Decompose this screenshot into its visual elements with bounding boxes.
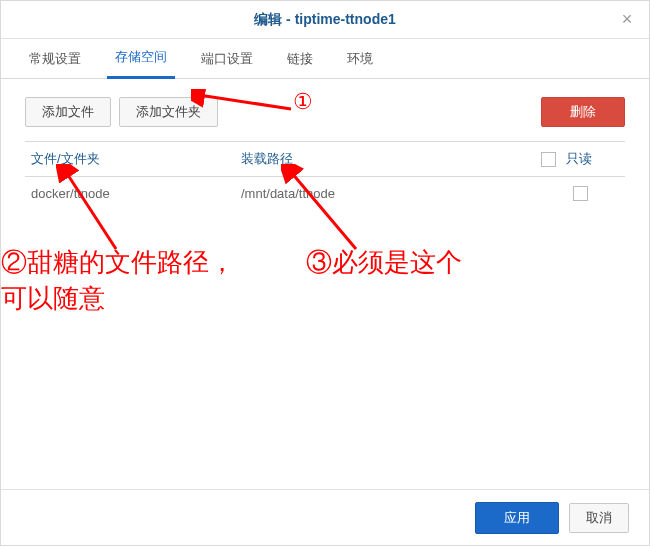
annotation-text-3: ③必须是这个 xyxy=(306,244,462,280)
cell-mount: /mnt/data/ttnode xyxy=(235,177,535,210)
titlebar: 编辑 - tiptime-ttnode1 × xyxy=(1,1,649,39)
cancel-button[interactable]: 取消 xyxy=(569,503,629,533)
col-header-readonly: 只读 xyxy=(535,142,625,177)
content-area: 添加文件 添加文件夹 删除 文件/文件夹 装载路径 只读 docker/ttno… xyxy=(1,79,649,489)
cell-path: docker/ttnode xyxy=(25,177,235,210)
col-header-mount: 装载路径 xyxy=(235,142,535,177)
annotation-text-2-line2: 可以随意 xyxy=(1,283,105,313)
tab-volume[interactable]: 存储空间 xyxy=(107,38,175,79)
dialog-title: 编辑 - tiptime-ttnode1 xyxy=(254,11,396,29)
tab-env[interactable]: 环境 xyxy=(339,40,381,78)
apply-button[interactable]: 应用 xyxy=(475,502,559,534)
tab-port[interactable]: 端口设置 xyxy=(193,40,261,78)
tab-bar: 常规设置 存储空间 端口设置 链接 环境 xyxy=(1,39,649,79)
dialog-footer: 应用 取消 xyxy=(1,489,649,545)
dialog-window: 编辑 - tiptime-ttnode1 × 常规设置 存储空间 端口设置 链接… xyxy=(0,0,650,546)
delete-button[interactable]: 删除 xyxy=(541,97,625,127)
cell-readonly xyxy=(535,177,625,210)
toolbar: 添加文件 添加文件夹 删除 xyxy=(25,97,625,127)
close-icon[interactable]: × xyxy=(617,9,637,29)
table-row[interactable]: docker/ttnode /mnt/data/ttnode xyxy=(25,177,625,210)
col-header-path: 文件/文件夹 xyxy=(25,142,235,177)
annotation-text-2: ②甜糖的文件路径， 可以随意 xyxy=(1,244,235,317)
tab-links[interactable]: 链接 xyxy=(279,40,321,78)
add-file-button[interactable]: 添加文件 xyxy=(25,97,111,127)
add-folder-button[interactable]: 添加文件夹 xyxy=(119,97,218,127)
col-header-readonly-label: 只读 xyxy=(566,151,592,166)
tab-general[interactable]: 常规设置 xyxy=(21,40,89,78)
annotation-text-2-line1: ②甜糖的文件路径， xyxy=(1,247,235,277)
readonly-row-checkbox[interactable] xyxy=(573,186,588,201)
readonly-header-checkbox[interactable] xyxy=(541,152,556,167)
volume-table: 文件/文件夹 装载路径 只读 docker/ttnode /mnt/data/t… xyxy=(25,141,625,209)
